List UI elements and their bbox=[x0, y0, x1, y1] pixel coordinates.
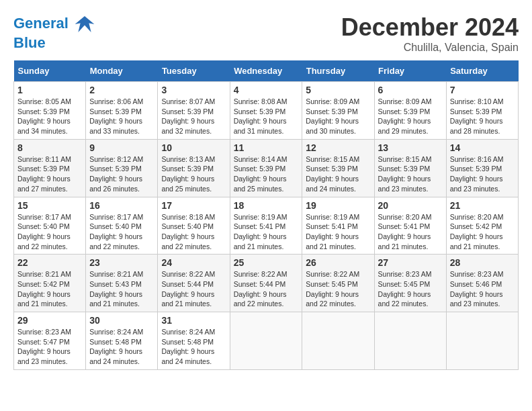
calendar-cell: 23Sunrise: 8:21 AM Sunset: 5:43 PM Dayli… bbox=[86, 255, 158, 312]
header-wednesday: Wednesday bbox=[230, 60, 302, 82]
day-number: 9 bbox=[89, 142, 154, 153]
calendar-cell: 5Sunrise: 8:09 AM Sunset: 5:39 PM Daylig… bbox=[302, 82, 374, 140]
day-info: Sunrise: 8:16 AM Sunset: 5:39 PM Dayligh… bbox=[450, 154, 515, 194]
day-number: 10 bbox=[161, 142, 226, 153]
calendar-cell: 11Sunrise: 8:14 AM Sunset: 5:39 PM Dayli… bbox=[230, 139, 302, 197]
day-info: Sunrise: 8:14 AM Sunset: 5:39 PM Dayligh… bbox=[234, 154, 299, 194]
calendar-cell: 26Sunrise: 8:22 AM Sunset: 5:45 PM Dayli… bbox=[302, 255, 374, 312]
day-number: 15 bbox=[17, 200, 82, 211]
calendar-table: SundayMondayTuesdayWednesdayThursdayFrid… bbox=[13, 60, 519, 370]
day-number: 2 bbox=[89, 85, 154, 95]
day-info: Sunrise: 8:11 AM Sunset: 5:39 PM Dayligh… bbox=[17, 154, 82, 194]
calendar-cell: 30Sunrise: 8:24 AM Sunset: 5:48 PM Dayli… bbox=[86, 312, 158, 370]
day-info: Sunrise: 8:17 AM Sunset: 5:40 PM Dayligh… bbox=[89, 212, 154, 252]
day-number: 1 bbox=[17, 85, 82, 95]
logo-text: General bbox=[13, 13, 95, 35]
day-number: 31 bbox=[161, 315, 226, 326]
header-thursday: Thursday bbox=[302, 60, 374, 82]
day-info: Sunrise: 8:05 AM Sunset: 5:39 PM Dayligh… bbox=[17, 97, 82, 136]
calendar-cell: 27Sunrise: 8:23 AM Sunset: 5:45 PM Dayli… bbox=[374, 255, 446, 312]
calendar-cell: 16Sunrise: 8:17 AM Sunset: 5:40 PM Dayli… bbox=[86, 197, 158, 255]
day-info: Sunrise: 8:06 AM Sunset: 5:39 PM Dayligh… bbox=[89, 97, 154, 136]
calendar-cell: 7Sunrise: 8:10 AM Sunset: 5:39 PM Daylig… bbox=[446, 82, 518, 140]
day-info: Sunrise: 8:23 AM Sunset: 5:45 PM Dayligh… bbox=[378, 269, 443, 309]
calendar-cell: 31Sunrise: 8:24 AM Sunset: 5:48 PM Dayli… bbox=[158, 312, 230, 370]
day-info: Sunrise: 8:19 AM Sunset: 5:41 PM Dayligh… bbox=[306, 212, 370, 252]
calendar-cell: 29Sunrise: 8:23 AM Sunset: 5:47 PM Dayli… bbox=[14, 312, 86, 370]
day-number: 29 bbox=[17, 315, 82, 326]
day-info: Sunrise: 8:15 AM Sunset: 5:39 PM Dayligh… bbox=[306, 154, 370, 194]
day-number: 30 bbox=[89, 315, 154, 326]
calendar-week-row: 22Sunrise: 8:21 AM Sunset: 5:42 PM Dayli… bbox=[14, 255, 519, 312]
day-info: Sunrise: 8:13 AM Sunset: 5:39 PM Dayligh… bbox=[161, 154, 226, 194]
day-info: Sunrise: 8:20 AM Sunset: 5:42 PM Dayligh… bbox=[450, 212, 515, 252]
day-number: 20 bbox=[378, 200, 443, 211]
day-info: Sunrise: 8:12 AM Sunset: 5:39 PM Dayligh… bbox=[89, 154, 154, 194]
day-number: 3 bbox=[161, 85, 226, 95]
logo-blue: Blue bbox=[13, 35, 95, 51]
day-info: Sunrise: 8:17 AM Sunset: 5:40 PM Dayligh… bbox=[17, 212, 82, 252]
day-number: 21 bbox=[450, 200, 515, 211]
calendar-cell: 12Sunrise: 8:15 AM Sunset: 5:39 PM Dayli… bbox=[302, 139, 374, 197]
day-number: 4 bbox=[234, 85, 299, 95]
day-info: Sunrise: 8:21 AM Sunset: 5:42 PM Dayligh… bbox=[17, 269, 82, 309]
day-info: Sunrise: 8:09 AM Sunset: 5:39 PM Dayligh… bbox=[306, 97, 370, 136]
day-info: Sunrise: 8:20 AM Sunset: 5:41 PM Dayligh… bbox=[378, 212, 443, 252]
day-info: Sunrise: 8:22 AM Sunset: 5:45 PM Dayligh… bbox=[306, 269, 370, 309]
calendar-body: 1Sunrise: 8:05 AM Sunset: 5:39 PM Daylig… bbox=[14, 82, 519, 370]
calendar-week-row: 29Sunrise: 8:23 AM Sunset: 5:47 PM Dayli… bbox=[14, 312, 519, 370]
day-info: Sunrise: 8:21 AM Sunset: 5:43 PM Dayligh… bbox=[89, 269, 154, 309]
location-title: Chulilla, Valencia, Spain bbox=[341, 42, 519, 54]
day-number: 26 bbox=[306, 257, 370, 268]
day-number: 17 bbox=[161, 200, 226, 211]
header-saturday: Saturday bbox=[446, 60, 518, 82]
calendar-cell bbox=[230, 312, 302, 370]
header-tuesday: Tuesday bbox=[158, 60, 230, 82]
day-info: Sunrise: 8:24 AM Sunset: 5:48 PM Dayligh… bbox=[161, 327, 226, 367]
day-info: Sunrise: 8:23 AM Sunset: 5:46 PM Dayligh… bbox=[450, 269, 515, 309]
calendar-cell: 17Sunrise: 8:18 AM Sunset: 5:40 PM Dayli… bbox=[158, 197, 230, 255]
calendar-cell: 8Sunrise: 8:11 AM Sunset: 5:39 PM Daylig… bbox=[14, 139, 86, 197]
day-info: Sunrise: 8:18 AM Sunset: 5:40 PM Dayligh… bbox=[161, 212, 226, 252]
day-number: 27 bbox=[378, 257, 443, 268]
page-header: General Blue December 2024 Chulilla, Val… bbox=[13, 13, 519, 54]
calendar-cell: 6Sunrise: 8:09 AM Sunset: 5:39 PM Daylig… bbox=[374, 82, 446, 140]
day-number: 25 bbox=[234, 257, 299, 268]
day-info: Sunrise: 8:22 AM Sunset: 5:44 PM Dayligh… bbox=[234, 269, 299, 309]
calendar-cell bbox=[302, 312, 374, 370]
calendar-cell bbox=[446, 312, 518, 370]
day-number: 19 bbox=[306, 200, 370, 211]
day-number: 7 bbox=[450, 85, 515, 95]
svg-marker-0 bbox=[75, 16, 95, 32]
calendar-cell: 9Sunrise: 8:12 AM Sunset: 5:39 PM Daylig… bbox=[86, 139, 158, 197]
day-number: 14 bbox=[450, 142, 515, 153]
calendar-cell: 4Sunrise: 8:08 AM Sunset: 5:39 PM Daylig… bbox=[230, 82, 302, 140]
calendar-cell: 21Sunrise: 8:20 AM Sunset: 5:42 PM Dayli… bbox=[446, 197, 518, 255]
logo-bird-icon bbox=[74, 13, 95, 35]
day-number: 13 bbox=[378, 142, 443, 153]
calendar-cell: 15Sunrise: 8:17 AM Sunset: 5:40 PM Dayli… bbox=[14, 197, 86, 255]
calendar-cell: 22Sunrise: 8:21 AM Sunset: 5:42 PM Dayli… bbox=[14, 255, 86, 312]
title-block: December 2024 Chulilla, Valencia, Spain bbox=[341, 13, 519, 54]
day-number: 24 bbox=[161, 257, 226, 268]
day-number: 8 bbox=[17, 142, 82, 153]
calendar-cell: 3Sunrise: 8:07 AM Sunset: 5:39 PM Daylig… bbox=[158, 82, 230, 140]
day-number: 18 bbox=[234, 200, 299, 211]
day-number: 12 bbox=[306, 142, 370, 153]
logo: General Blue bbox=[13, 13, 95, 51]
day-number: 11 bbox=[234, 142, 299, 153]
calendar-cell: 28Sunrise: 8:23 AM Sunset: 5:46 PM Dayli… bbox=[446, 255, 518, 312]
day-number: 28 bbox=[450, 257, 515, 268]
day-info: Sunrise: 8:10 AM Sunset: 5:39 PM Dayligh… bbox=[450, 97, 515, 136]
header-monday: Monday bbox=[86, 60, 158, 82]
calendar-cell: 10Sunrise: 8:13 AM Sunset: 5:39 PM Dayli… bbox=[158, 139, 230, 197]
calendar-header-row: SundayMondayTuesdayWednesdayThursdayFrid… bbox=[14, 60, 519, 82]
calendar-cell: 24Sunrise: 8:22 AM Sunset: 5:44 PM Dayli… bbox=[158, 255, 230, 312]
calendar-week-row: 8Sunrise: 8:11 AM Sunset: 5:39 PM Daylig… bbox=[14, 139, 519, 197]
day-info: Sunrise: 8:19 AM Sunset: 5:41 PM Dayligh… bbox=[234, 212, 299, 252]
header-sunday: Sunday bbox=[14, 60, 86, 82]
day-number: 5 bbox=[306, 85, 370, 95]
day-info: Sunrise: 8:09 AM Sunset: 5:39 PM Dayligh… bbox=[378, 97, 443, 136]
calendar-cell: 14Sunrise: 8:16 AM Sunset: 5:39 PM Dayli… bbox=[446, 139, 518, 197]
calendar-week-row: 1Sunrise: 8:05 AM Sunset: 5:39 PM Daylig… bbox=[14, 82, 519, 140]
